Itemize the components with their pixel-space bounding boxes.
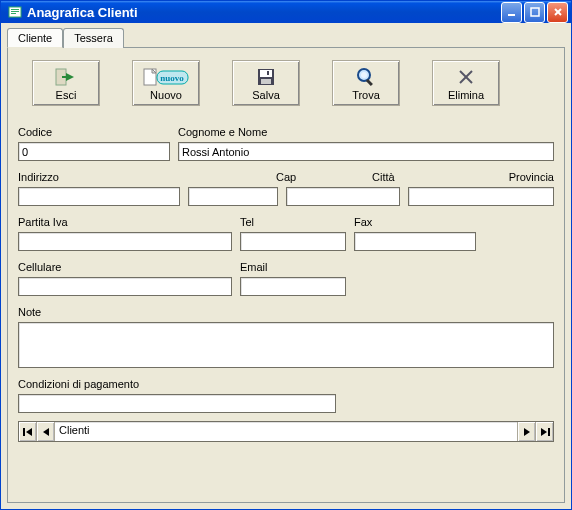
tab-cliente[interactable]: Cliente — [7, 28, 63, 48]
svg-rect-3 — [11, 13, 16, 14]
partita-iva-field[interactable] — [18, 232, 232, 251]
svg-rect-29 — [548, 428, 550, 436]
citta-label: Città — [372, 169, 492, 185]
svg-marker-26 — [43, 428, 49, 436]
indirizzo-field[interactable] — [18, 187, 180, 206]
tabstrip: Cliente Tessera — [7, 27, 565, 47]
tab-tessera[interactable]: Tessera — [63, 28, 124, 48]
condizioni-field[interactable] — [18, 394, 336, 413]
esci-button[interactable]: Esci — [32, 60, 100, 106]
fax-label: Fax — [354, 214, 554, 230]
cellulare-field[interactable] — [18, 277, 232, 296]
svg-rect-4 — [508, 14, 515, 16]
toolbar: Esci nuovo Nuovo — [18, 60, 554, 106]
citta-field[interactable] — [286, 187, 400, 206]
svg-rect-2 — [11, 11, 19, 12]
email-field[interactable] — [240, 277, 346, 296]
client-area: Cliente Tessera Esci — [1, 23, 571, 509]
nav-first-button[interactable] — [19, 422, 37, 441]
svg-rect-17 — [261, 79, 271, 84]
indirizzo-label: Indirizzo — [18, 169, 276, 185]
cap-label: Cap — [276, 169, 372, 185]
close-button[interactable] — [547, 2, 568, 23]
cap-field[interactable] — [188, 187, 278, 206]
svg-text:nuovo: nuovo — [160, 73, 184, 83]
email-label: Email — [240, 259, 554, 275]
svg-marker-27 — [524, 428, 530, 436]
record-navigator: Clienti — [18, 421, 554, 442]
svg-rect-18 — [267, 71, 269, 75]
tab-panel-cliente: Esci nuovo Nuovo — [7, 47, 565, 503]
nuovo-button[interactable]: nuovo Nuovo — [132, 60, 200, 106]
nav-last-button[interactable] — [535, 422, 553, 441]
maximize-button[interactable] — [524, 2, 545, 23]
nuovo-label: Nuovo — [150, 89, 182, 101]
svg-rect-16 — [260, 70, 272, 77]
svg-rect-20 — [366, 79, 373, 86]
partita-iva-label: Partita Iva — [18, 214, 240, 230]
fax-field[interactable] — [354, 232, 476, 251]
svg-rect-1 — [11, 9, 19, 10]
app-window: Anagrafica Clienti Cliente Tessera — [0, 0, 572, 510]
provincia-field[interactable] — [408, 187, 554, 206]
tel-field[interactable] — [240, 232, 346, 251]
salva-button[interactable]: Salva — [232, 60, 300, 106]
titlebar: Anagrafica Clienti — [1, 1, 571, 23]
nav-label: Clienti — [55, 422, 517, 441]
svg-marker-28 — [541, 428, 547, 436]
svg-rect-24 — [23, 428, 25, 436]
exit-icon — [54, 66, 78, 88]
nav-next-button[interactable] — [517, 422, 535, 441]
codice-field[interactable] — [18, 142, 170, 161]
note-field[interactable] — [18, 322, 554, 368]
trova-label: Trova — [352, 89, 380, 101]
svg-marker-25 — [26, 428, 32, 436]
nav-prev-button[interactable] — [37, 422, 55, 441]
new-document-icon: nuovo — [143, 66, 189, 88]
trova-button[interactable]: Trova — [332, 60, 400, 106]
svg-point-21 — [361, 72, 367, 78]
elimina-label: Elimina — [448, 89, 484, 101]
save-icon — [256, 66, 276, 88]
svg-rect-10 — [62, 76, 70, 78]
app-icon — [7, 4, 23, 20]
cellulare-label: Cellulare — [18, 259, 240, 275]
delete-icon — [456, 66, 476, 88]
minimize-button[interactable] — [501, 2, 522, 23]
cognome-nome-field[interactable] — [178, 142, 554, 161]
tel-label: Tel — [240, 214, 354, 230]
salva-label: Salva — [252, 89, 280, 101]
esci-label: Esci — [56, 89, 77, 101]
cognome-nome-label: Cognome e Nome — [178, 124, 554, 140]
elimina-button[interactable]: Elimina — [432, 60, 500, 106]
svg-rect-5 — [531, 8, 539, 16]
note-label: Note — [18, 304, 41, 320]
codice-label: Codice — [18, 124, 178, 140]
window-title: Anagrafica Clienti — [27, 5, 501, 20]
condizioni-label: Condizioni di pagamento — [18, 376, 139, 392]
search-icon — [355, 66, 377, 88]
provincia-label: Provincia — [492, 169, 554, 185]
